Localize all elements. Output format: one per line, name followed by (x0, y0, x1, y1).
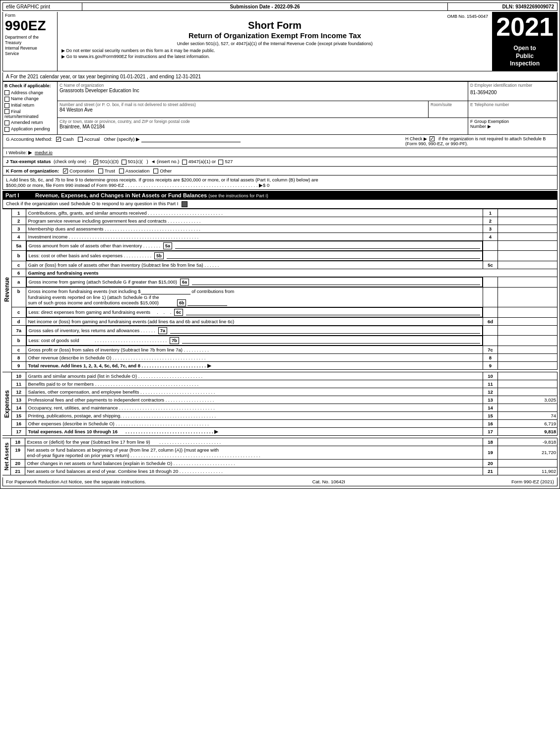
row-val-5a (498, 240, 558, 251)
row-val-7c (498, 346, 558, 353)
row-val-7a (498, 325, 558, 336)
part1-title: Revenue, Expenses, and Changes in Net As… (35, 192, 555, 198)
row-desc-1: Contributions, gifts, grants, and simila… (26, 209, 483, 217)
row-num-17: 17 (12, 427, 26, 435)
org-name-label: C Name of organization (60, 83, 466, 88)
cx-insert: ) (147, 159, 148, 164)
footer-cat: Cat. No. 10642I (312, 479, 345, 484)
row-num-2: 2 (12, 217, 26, 225)
sub-label-5a: 5a (163, 242, 172, 249)
website-value: medvr.io (35, 150, 53, 155)
other-org-checkbox[interactable] (153, 169, 158, 174)
form-title1: Short Form (62, 20, 488, 31)
room-label: Room/suite (431, 102, 466, 107)
org-info-table: B Check if applicable: Address change Na… (2, 81, 558, 135)
cb-initial[interactable]: Initial return (4, 103, 56, 108)
row-desc-7c: Gross profit or (loss) from sales of inv… (26, 346, 483, 353)
bullet1: ▶ Do not enter social security numbers o… (62, 48, 488, 53)
row-val-15: 74 (498, 411, 558, 419)
table-row: 1 Contributions, gifts, grants, and simi… (12, 209, 558, 217)
bullet2: ▶ Go to www.irs.gov/Form990EZ for instru… (62, 54, 488, 59)
cb-address[interactable]: Address change (4, 90, 56, 96)
page: efile GRAPHIC print Submission Date - 20… (0, 0, 560, 489)
row-label-6b (483, 287, 498, 307)
year-display: 2021 (493, 12, 557, 42)
row-val-3 (498, 225, 558, 233)
row-val-7b (498, 336, 558, 346)
row-val-17: 9,818 (498, 427, 558, 435)
row-label-5a (483, 240, 498, 251)
check-applicable-label: B Check if applicable: (4, 83, 56, 88)
table-row: a Gross income from gaming (attach Sched… (12, 277, 558, 287)
cx-checkbox[interactable] (122, 160, 126, 165)
row-label-20: 20 (483, 459, 498, 467)
row-label-6c (483, 307, 498, 317)
row-num-19: 19 (11, 446, 25, 459)
row-val-21: 11,902 (498, 467, 558, 475)
row-num-12: 12 (12, 388, 26, 396)
accrual-checkbox[interactable] (78, 137, 83, 142)
table-row: 6 Gaming and fundraising events (12, 269, 558, 277)
revenue-side-label: Revenue (2, 209, 12, 370)
row-num-7b: b (12, 336, 26, 346)
net-assets-table: 18 Excess or (deficit) for the year (Sub… (11, 438, 558, 475)
accounting-row: G Accounting Method: Cash Accrual Other … (2, 135, 558, 149)
h-label: H Check ▶ (405, 136, 427, 141)
table-row: 10 Grants and similar amounts paid (list… (12, 372, 558, 380)
c527-checkbox[interactable] (218, 160, 223, 165)
c3-checkbox[interactable] (93, 160, 98, 165)
part1-checkbox[interactable] (182, 201, 187, 207)
footer-right: Form 990-EZ (2021) (511, 479, 554, 484)
ein-label: D Employer identification number (470, 83, 555, 88)
line-l-text2: $500,000 or more, file Form 990 instead … (6, 182, 265, 188)
trust-checkbox[interactable] (98, 169, 103, 174)
corp-checkbox[interactable] (63, 169, 68, 174)
h-checkbox[interactable] (430, 136, 435, 141)
section-a: A For the 2021 calendar year, or tax yea… (2, 72, 558, 81)
tax-exempt-row: J Tax-exempt status (check only one) - 5… (2, 157, 558, 166)
submission-date: Submission Date - 2022-09-26 (82, 3, 448, 10)
table-row: 2 Program service revenue including gove… (12, 217, 558, 225)
row-desc-12: Salaries, other compensation, and employ… (26, 388, 483, 396)
sub-label-6b: 6b (177, 299, 187, 306)
row-val-1 (498, 209, 558, 217)
header-center: OMB No. 1545-0047 Short Form Return of O… (58, 12, 493, 71)
row-label-6d: 6d (483, 317, 498, 325)
cb-name[interactable]: Name change (4, 96, 56, 102)
table-row: 12 Salaries, other compensation, and emp… (12, 388, 558, 396)
c4947-checkbox[interactable] (182, 160, 187, 165)
row-val-6b (498, 287, 558, 307)
row-desc-16: Other expenses (describe in Schedule O) … (26, 419, 483, 427)
row-val-5b (498, 251, 558, 261)
omb-number: OMB No. 1545-0047 (62, 14, 488, 19)
row-desc-13: Professional fees and other payments to … (26, 396, 483, 404)
row-num-14: 14 (12, 404, 26, 411)
cb-final[interactable]: Final return/terminated (4, 109, 56, 119)
sub-label-5b: 5b (154, 252, 164, 259)
cb-amended[interactable]: Amended return (4, 120, 56, 125)
row-desc-10: Grants and similar amounts paid (list in… (26, 372, 483, 380)
address-label: Number and street (or P. O. box, if mail… (60, 102, 426, 107)
row-desc-18: Excess or (deficit) for the year (Subtra… (25, 438, 483, 446)
row-label-16: 16 (483, 419, 498, 427)
expenses-table: 10 Grants and similar amounts paid (list… (12, 372, 558, 436)
row-label-10: 10 (483, 372, 498, 380)
row-desc-3: Membership dues and assessments . . . . … (26, 225, 483, 233)
cb-application[interactable]: Application pending (4, 126, 56, 132)
row-label-5c: 5c (483, 261, 498, 269)
row-label-6a (483, 277, 498, 287)
org-name-value: Grassroots Developer Education Inc (60, 88, 466, 93)
table-row: d Net income or (loss) from gaming and f… (12, 317, 558, 325)
row-num-7a: 7a (12, 325, 26, 336)
form-of-org-label: K Form of organization: (6, 168, 59, 174)
table-row: 5a Gross amount from sale of assets othe… (12, 240, 558, 251)
city-cell: City or town, state or province, country… (58, 117, 468, 134)
part1-check-row: Check if the organization used Schedule … (2, 200, 558, 208)
row-desc-7b: Less: cost of goods sold . . . . . . . .… (29, 338, 167, 343)
assoc-checkbox[interactable] (119, 169, 124, 174)
table-row: 18 Excess or (deficit) for the year (Sub… (11, 438, 558, 446)
ein-cell: D Employer identification number 81-3694… (468, 81, 558, 101)
table-row: 7a Gross sales of inventory, less return… (12, 325, 558, 336)
cash-checkbox[interactable] (56, 137, 61, 142)
group-label: F Group Exemption (470, 119, 555, 124)
